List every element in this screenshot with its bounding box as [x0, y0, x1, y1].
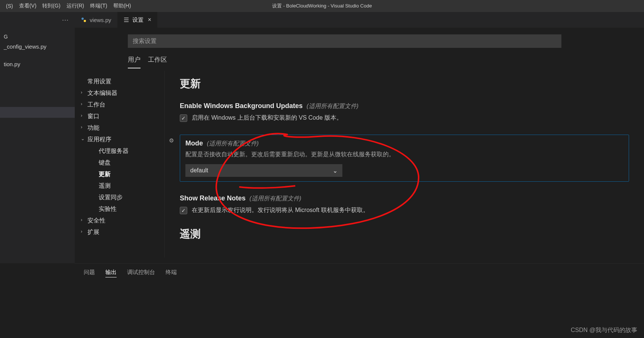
toc-app[interactable]: ⌄应用程序 [81, 134, 164, 145]
settings-editor: 搜索设置 用户 工作区 常用设置 ›文本编辑器 ›工作台 ›窗口 ›功能 ⌄应用… [75, 28, 644, 263]
search-placeholder: 搜索设置 [133, 37, 157, 45]
settings-toc: 常用设置 ›文本编辑器 ›工作台 ›窗口 ›功能 ⌄应用程序 代理服务器 键盘 … [75, 71, 164, 258]
setting-title: Mode [185, 139, 203, 147]
file-item-selected[interactable] [0, 107, 75, 118]
tab-label: 设置 [132, 16, 144, 24]
setting-desc: 在更新后显示发行说明。发行说明将从 Microsoft 联机服务中获取。 [192, 206, 369, 214]
toc-common[interactable]: 常用设置 [81, 76, 164, 87]
section-update-heading: 更新 [180, 77, 629, 91]
chevron-right-icon: › [81, 124, 82, 130]
chevron-right-icon: › [81, 217, 82, 222]
gear-icon[interactable]: ⚙ [169, 137, 174, 144]
toc-experimental[interactable]: 实验性 [81, 203, 164, 215]
toc-keyboard[interactable]: 键盘 [81, 157, 164, 169]
setting-title: Enable Windows Background Updates [180, 102, 303, 110]
setting-scope-note: (适用所有配置文件) [207, 140, 259, 147]
setting-show-release-notes: Show Release Notes (适用所有配置文件) 在更新后显示发行说明… [180, 192, 629, 216]
setting-title: Show Release Notes [180, 194, 246, 202]
setting-scope-note: (适用所有配置文件) [306, 103, 358, 109]
tab-views-py[interactable]: views.py [75, 12, 117, 28]
toc-security[interactable]: ›安全性 [81, 215, 164, 227]
toc-workbench[interactable]: ›工作台 [81, 99, 164, 111]
menu-item-view[interactable]: 查看(V) [16, 3, 40, 9]
menu-item-goto[interactable]: 转到(G) [39, 3, 63, 9]
panel-tabs: 问题 输出 调试控制台 终端 [75, 264, 644, 283]
menu-item-terminal[interactable]: 终端(T) [87, 3, 110, 9]
setting-update-mode: ⚙ Mode (适用所有配置文件) 配置是否接收自动更新。更改后需要重新启动。更… [180, 135, 629, 182]
toc-update[interactable]: 更新 [81, 169, 164, 180]
checkbox-srn[interactable] [180, 207, 187, 214]
setting-desc: 配置是否接收自动更新。更改后需要重新启动。更新是从微软在线服务获取的。 [185, 150, 623, 159]
explorer-actions: ··· [0, 12, 75, 28]
scope-user[interactable]: 用户 [128, 55, 141, 68]
dropdown-value: default [190, 167, 208, 174]
tab-settings[interactable]: 设置 × [117, 12, 157, 28]
section-telemetry-heading: 遥测 [180, 227, 629, 241]
settings-scope-tabs: 用户 工作区 [128, 55, 644, 68]
menu-item-help[interactable]: 帮助(H) [110, 3, 134, 9]
more-icon[interactable]: ··· [62, 16, 69, 24]
menubar: (S) 查看(V) 转到(G) 运行(R) 终端(T) 帮助(H) 设置 - B… [0, 0, 644, 12]
panel-tab-debug[interactable]: 调试控制台 [127, 269, 155, 277]
settings-content: 更新 Enable Windows Background Updates (适用… [164, 71, 644, 258]
scope-workspace[interactable]: 工作区 [148, 55, 167, 68]
tab-label: views.py [90, 17, 111, 23]
python-icon [81, 17, 87, 23]
main-area: G _config_views.py tion.py 搜索设置 用户 工作区 常… [0, 28, 644, 263]
close-icon[interactable]: × [148, 16, 151, 23]
toc-sync[interactable]: 设置同步 [81, 192, 164, 203]
editor-tabs: ··· views.py 设置 × [0, 12, 644, 28]
setting-scope-note: (适用所有配置文件) [250, 195, 302, 202]
explorer-header: G [0, 32, 75, 41]
chevron-right-icon: › [81, 101, 82, 107]
setting-enable-windows-bg-updates: Enable Windows Background Updates (适用所有配… [180, 100, 629, 124]
settings-search-input[interactable]: 搜索设置 [128, 34, 561, 48]
window-title: 设置 - BoleCloudWorking - Visual Studio Co… [272, 3, 372, 9]
toc-window[interactable]: ›窗口 [81, 111, 164, 122]
toc-telemetry[interactable]: 遥测 [81, 180, 164, 192]
settings-list-icon [123, 17, 129, 23]
toc-extensions[interactable]: ›扩展 [81, 227, 164, 238]
file-item[interactable]: _config_views.py [0, 41, 75, 52]
chevron-right-icon: › [81, 228, 82, 234]
checkbox-ewbu[interactable] [180, 114, 187, 122]
bottom-panel: 问题 输出 调试控制台 终端 [75, 263, 644, 338]
setting-desc: 启用在 Windows 上后台下载和安装新的 VS Code 版本。 [192, 114, 342, 122]
svg-point-0 [81, 18, 84, 20]
toc-proxy[interactable]: 代理服务器 [81, 145, 164, 157]
chevron-down-icon: ⌄ [333, 167, 338, 174]
panel-tab-problems[interactable]: 问题 [84, 269, 95, 277]
panel-tab-output[interactable]: 输出 [105, 269, 117, 277]
watermark: CSDN @我与代码的故事 [571, 326, 637, 334]
mode-dropdown[interactable]: default ⌄ [185, 164, 342, 177]
toc-editor[interactable]: ›文本编辑器 [81, 87, 164, 99]
panel-tab-terminal[interactable]: 终端 [166, 269, 177, 277]
explorer-sidebar: G _config_views.py tion.py [0, 28, 75, 263]
chevron-right-icon: › [81, 113, 82, 118]
menu-item-s[interactable]: (S) [3, 3, 16, 9]
svg-point-1 [84, 20, 86, 22]
menu-item-run[interactable]: 运行(R) [64, 3, 87, 9]
chevron-down-icon: ⌄ [81, 136, 85, 141]
file-item[interactable]: tion.py [0, 59, 75, 70]
toc-features[interactable]: ›功能 [81, 122, 164, 134]
chevron-right-icon: › [81, 89, 82, 95]
